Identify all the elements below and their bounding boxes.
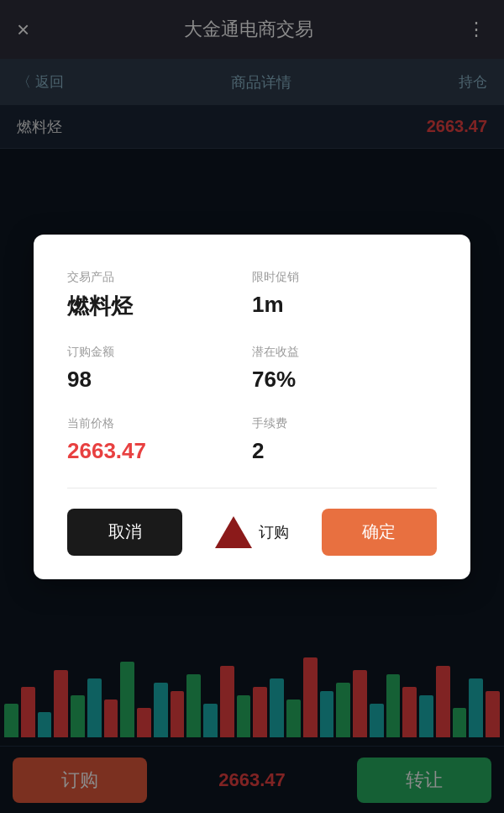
curprice-value: 2663.47 bbox=[67, 438, 252, 464]
dialog-divider bbox=[67, 488, 437, 488]
dialog-curprice-cell: 当前价格 2663.47 bbox=[67, 408, 252, 479]
cancel-button[interactable]: 取消 bbox=[67, 509, 182, 556]
promo-value: 1m bbox=[252, 292, 437, 318]
profit-value: 76% bbox=[252, 367, 437, 393]
profit-label: 潜在收益 bbox=[252, 345, 437, 360]
curprice-label: 当前价格 bbox=[67, 416, 252, 431]
dialog-grid: 交易产品 燃料烃 限时促销 1m 订购金额 98 潜在收益 76% 当前价格 2… bbox=[67, 261, 437, 479]
product-label: 交易产品 bbox=[67, 270, 252, 285]
dialog-product-label-cell: 交易产品 燃料烃 bbox=[67, 261, 252, 336]
dialog-promo-cell: 限时促销 1m bbox=[252, 261, 437, 336]
subscribe-label: 订购 bbox=[259, 522, 289, 542]
promo-label: 限时促销 bbox=[252, 270, 437, 285]
amount-value: 98 bbox=[67, 367, 252, 393]
fee-value: 2 bbox=[252, 438, 437, 464]
dialog-profit-cell: 潜在收益 76% bbox=[252, 336, 437, 408]
overlay: 交易产品 燃料烃 限时促销 1m 订购金额 98 潜在收益 76% 当前价格 2… bbox=[0, 0, 504, 813]
dialog-fee-cell: 手续费 2 bbox=[252, 408, 437, 479]
dialog: 交易产品 燃料烃 限时促销 1m 订购金额 98 潜在收益 76% 当前价格 2… bbox=[34, 235, 470, 579]
triangle-icon bbox=[215, 516, 252, 548]
confirm-button[interactable]: 确定 bbox=[322, 509, 437, 556]
dialog-amount-cell: 订购金额 98 bbox=[67, 336, 252, 408]
subscribe-section: 订购 bbox=[194, 516, 309, 548]
amount-label: 订购金额 bbox=[67, 345, 252, 360]
product-value: 燃料烃 bbox=[67, 292, 252, 321]
dialog-actions: 取消 订购 确定 bbox=[67, 509, 437, 556]
fee-label: 手续费 bbox=[252, 416, 437, 431]
